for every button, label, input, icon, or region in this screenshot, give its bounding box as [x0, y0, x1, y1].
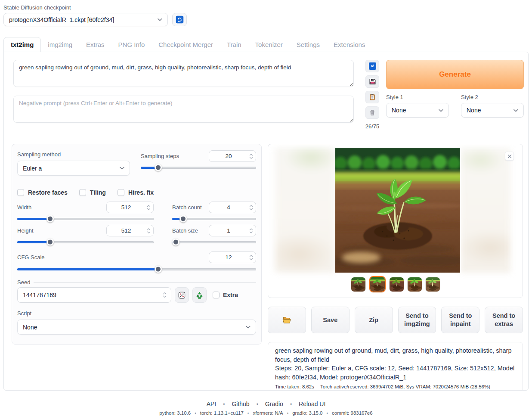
script-dropdown[interactable]: None: [17, 320, 256, 335]
trash-icon: [369, 109, 376, 116]
batch-count-slider-knob[interactable]: [179, 215, 187, 223]
batch-count-slider[interactable]: [172, 217, 256, 222]
stable-diffusion-webui: Stable Diffusion checkpoint protogenX34O…: [0, 0, 532, 416]
batch-size-slider[interactable]: [172, 240, 256, 245]
slider-fill: [17, 268, 158, 270]
tiling-checkbox[interactable]: Tiling: [79, 189, 106, 196]
width-spinner[interactable]: [145, 202, 152, 213]
tab-tokenizer[interactable]: Tokenizer: [248, 37, 290, 52]
footer-link-reload-ui[interactable]: Reload UI: [299, 400, 325, 407]
thumbnail-image: [390, 277, 404, 292]
close-icon: [507, 154, 512, 158]
extra-seed-checkbox[interactable]: Extra: [213, 292, 238, 298]
seed-input[interactable]: [18, 288, 171, 302]
tab-extensions[interactable]: Extensions: [327, 37, 372, 52]
thumbnail-image: [351, 277, 365, 292]
time-taken-text: Time taken: 8.62s: [275, 384, 314, 389]
height-slider[interactable]: [17, 240, 154, 245]
checkbox[interactable]: [17, 189, 24, 196]
refresh-checkpoints-button[interactable]: [172, 13, 187, 26]
zip-button[interactable]: Zip: [355, 307, 393, 333]
tab-checkpoint-merger[interactable]: Checkpoint Merger: [152, 37, 220, 52]
tab-png-info[interactable]: PNG Info: [111, 37, 152, 52]
thumbnail-image: [370, 277, 385, 292]
cfg-slider-knob[interactable]: [155, 266, 162, 273]
sampler-dropdown[interactable]: Euler a: [17, 161, 130, 176]
seed-spinner[interactable]: [161, 288, 167, 302]
tab-extras[interactable]: Extras: [79, 37, 111, 52]
steps-slider[interactable]: [141, 165, 256, 171]
spinner-down-icon: [249, 258, 253, 260]
checkpoint-label-row: Stable Diffusion checkpoint: [3, 4, 168, 11]
batch-count-spinner[interactable]: [248, 202, 254, 213]
gallery-neighbor-left: [275, 148, 335, 273]
steps-spinner[interactable]: [248, 151, 254, 161]
style2-block: Style 2 None: [461, 93, 524, 118]
extra-seed-label: Extra: [223, 292, 238, 298]
negative-prompt-textarea[interactable]: [13, 96, 354, 123]
hires-fix-checkbox[interactable]: Hires. fix: [118, 189, 154, 196]
gallery-thumbnail-3[interactable]: [390, 277, 404, 292]
generation-info: green sapling rowing out of ground, mud,…: [268, 342, 523, 391]
chevron-down-icon: [120, 167, 124, 170]
style2-value: None: [467, 107, 481, 114]
gallery-thumbnail-4[interactable]: [408, 277, 422, 292]
checkpoint-dropdown[interactable]: protogenX34OfficialR_1.ckpt [60fe2f34]: [3, 13, 168, 26]
floppy-disk-icon: [369, 78, 376, 85]
style2-dropdown[interactable]: None: [461, 103, 524, 118]
footer-link-api[interactable]: API: [207, 400, 232, 407]
generation-perf-row: Time taken: 8.62s Torch active/reserved:…: [275, 384, 516, 389]
steps-slider-knob[interactable]: [155, 164, 162, 171]
generation-prompt-text: green sapling rowing out of ground, mud,…: [275, 346, 516, 364]
paste-params-button[interactable]: [365, 60, 379, 72]
checkbox[interactable]: [118, 189, 124, 196]
tab-settings[interactable]: Settings: [290, 37, 327, 52]
width-slider-knob[interactable]: [46, 215, 54, 223]
tab-txt2img[interactable]: txt2img: [3, 37, 41, 52]
chevron-down-icon: [439, 109, 443, 112]
restore-faces-checkbox[interactable]: Restore faces: [17, 189, 68, 196]
tab-img2img[interactable]: img2img: [41, 37, 79, 52]
footer-link-gradio[interactable]: Gradio: [265, 400, 299, 407]
generation-params-text: Steps: 20, Sampler: Euler a, CFG scale: …: [275, 364, 516, 382]
spinner-down-icon: [147, 231, 151, 233]
checkbox[interactable]: [79, 189, 86, 196]
script-value: None: [23, 324, 37, 331]
cfg-slider[interactable]: [17, 267, 256, 272]
height-slider-knob[interactable]: [46, 239, 54, 246]
random-seed-button[interactable]: [175, 287, 189, 303]
open-folder-button[interactable]: [268, 307, 306, 333]
send-to-img2img-button[interactable]: Send to img2img: [398, 307, 436, 333]
style1-dropdown[interactable]: None: [386, 103, 449, 118]
batch-size-slider-knob[interactable]: [172, 239, 179, 246]
generated-image[interactable]: [335, 148, 460, 273]
save-button[interactable]: Save: [311, 307, 350, 333]
prompt-textarea[interactable]: green sapling rowing out of ground, mud,…: [13, 60, 354, 87]
gallery-thumbnail-5[interactable]: [426, 277, 440, 292]
reuse-seed-button[interactable]: [192, 287, 207, 303]
apply-style-button[interactable]: [365, 91, 379, 103]
main-tabs: txt2img img2img Extras PNG Info Checkpoi…: [3, 37, 532, 52]
cfg-label: CFG Scale: [17, 254, 45, 261]
spinner-up-icon: [249, 205, 253, 207]
save-style-button[interactable]: [365, 75, 379, 88]
send-to-extras-button[interactable]: Send to extras: [485, 307, 523, 333]
gallery-thumbnail-2-selected[interactable]: [369, 276, 386, 292]
clear-prompt-button[interactable]: [365, 106, 379, 119]
generate-button[interactable]: Generate: [386, 60, 524, 89]
cfg-spinner[interactable]: [248, 252, 254, 263]
width-slider[interactable]: [17, 217, 154, 222]
script-label: Script: [17, 310, 31, 317]
gallery-thumbnail-1[interactable]: [351, 277, 365, 292]
style-row: Style 1 None Style 2 None: [386, 93, 524, 118]
send-to-inpaint-button[interactable]: Send to inpaint: [441, 307, 479, 333]
close-gallery-button[interactable]: [505, 152, 514, 161]
height-spinner[interactable]: [145, 225, 152, 236]
checkbox[interactable]: [213, 292, 220, 298]
folder-icon: [282, 316, 292, 324]
generate-column: Generate Style 1 None Style 2 None: [386, 60, 524, 130]
tab-train[interactable]: Train: [220, 37, 248, 52]
spinner-down-icon: [249, 157, 253, 159]
batch-size-spinner[interactable]: [248, 225, 254, 236]
footer-link-github[interactable]: Github: [232, 400, 265, 407]
